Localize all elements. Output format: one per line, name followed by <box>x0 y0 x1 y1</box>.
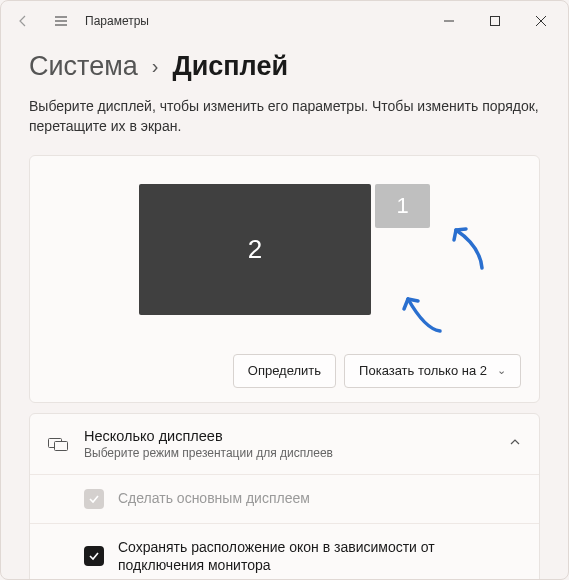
chevron-down-icon: ⌄ <box>497 364 506 377</box>
option-label: Сохранять расположение окон в зависимост… <box>118 538 521 576</box>
chevron-up-icon <box>509 436 521 451</box>
breadcrumb-current: Дисплей <box>172 51 288 82</box>
display-mode-dropdown[interactable]: Показать только на 2⌄ <box>344 354 521 388</box>
option-remember-window-locations[interactable]: Сохранять расположение окон в зависимост… <box>30 523 539 580</box>
back-button[interactable] <box>5 3 41 39</box>
breadcrumb-parent[interactable]: Система <box>29 51 138 82</box>
multiple-displays-icon <box>48 434 68 454</box>
minimize-button[interactable] <box>426 5 472 37</box>
hamburger-icon[interactable] <box>43 3 79 39</box>
monitor-2[interactable]: 2 <box>139 184 371 315</box>
svg-rect-2 <box>55 441 68 450</box>
annotation-arrow-monitor-1 <box>448 224 492 274</box>
chevron-right-icon: › <box>152 55 159 78</box>
checkbox-make-main <box>84 489 104 509</box>
multiple-displays-header[interactable]: Несколько дисплеев Выберите режим презен… <box>30 414 539 474</box>
svg-rect-0 <box>491 17 500 26</box>
display-arrangement-area[interactable]: 2 1 <box>30 156 539 344</box>
section-title: Несколько дисплеев <box>84 428 493 444</box>
section-subtitle: Выберите режим презентации для дисплеев <box>84 446 493 460</box>
page-subtitle: Выберите дисплей, чтобы изменить его пар… <box>29 96 540 137</box>
checkbox-remember-locations[interactable] <box>84 546 104 566</box>
maximize-button[interactable] <box>472 5 518 37</box>
option-make-main-display: Сделать основным дисплеем <box>30 475 539 523</box>
identify-button[interactable]: Определить <box>233 354 336 388</box>
monitor-1[interactable]: 1 <box>375 184 430 228</box>
display-arrangement-card: 2 1 Определить Показать только на 2⌄ <box>29 155 540 403</box>
breadcrumb: Система › Дисплей <box>29 51 540 82</box>
annotation-arrow-monitor-2 <box>400 291 450 339</box>
window-title: Параметры <box>85 14 149 28</box>
multiple-displays-section: Несколько дисплеев Выберите режим презен… <box>29 413 540 580</box>
close-button[interactable] <box>518 5 564 37</box>
titlebar: Параметры <box>1 1 568 41</box>
option-label: Сделать основным дисплеем <box>118 489 310 508</box>
